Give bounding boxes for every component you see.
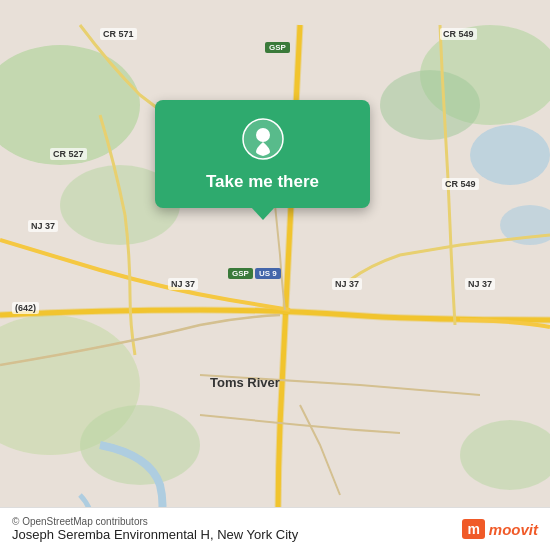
location-title: Joseph Seremba Environmental H, New York…	[12, 527, 298, 542]
svg-point-4	[380, 70, 480, 140]
svg-point-8	[460, 420, 550, 490]
label-nj37d: NJ 37	[465, 278, 495, 290]
svg-point-0	[0, 45, 140, 165]
copyright-text: © OpenStreetMap contributors	[12, 516, 298, 527]
moovit-m-letter: m	[462, 519, 484, 539]
map-container: CR 571 CR 549 CR 527 CR 549 NJ 37 NJ 37 …	[0, 0, 550, 550]
shield-gsp-top: GSP	[265, 42, 290, 53]
bottom-bar: © OpenStreetMap contributors Joseph Sere…	[0, 507, 550, 550]
label-642: (642)	[12, 302, 39, 314]
shield-us9-mid: US 9	[255, 268, 281, 279]
svg-point-10	[256, 128, 270, 142]
label-cr571: CR 571	[100, 28, 137, 40]
label-nj37a: NJ 37	[28, 220, 58, 232]
location-pin-icon	[242, 118, 284, 160]
label-cr549a: CR 549	[440, 28, 477, 40]
label-nj37b: NJ 37	[168, 278, 198, 290]
svg-point-2	[80, 405, 200, 485]
take-me-there-button[interactable]: Take me there	[206, 170, 319, 194]
navigation-popup: Take me there	[155, 100, 370, 208]
shield-gsp-mid: GSP	[228, 268, 253, 279]
moovit-brand-text: moovit	[489, 521, 538, 538]
moovit-logo: m moovit	[462, 519, 538, 539]
svg-point-5	[470, 125, 550, 185]
label-cr549b: CR 549	[442, 178, 479, 190]
label-cr527: CR 527	[50, 148, 87, 160]
label-nj37c: NJ 37	[332, 278, 362, 290]
place-toms-river: Toms River	[210, 375, 280, 390]
bottom-info: © OpenStreetMap contributors Joseph Sere…	[12, 516, 298, 542]
